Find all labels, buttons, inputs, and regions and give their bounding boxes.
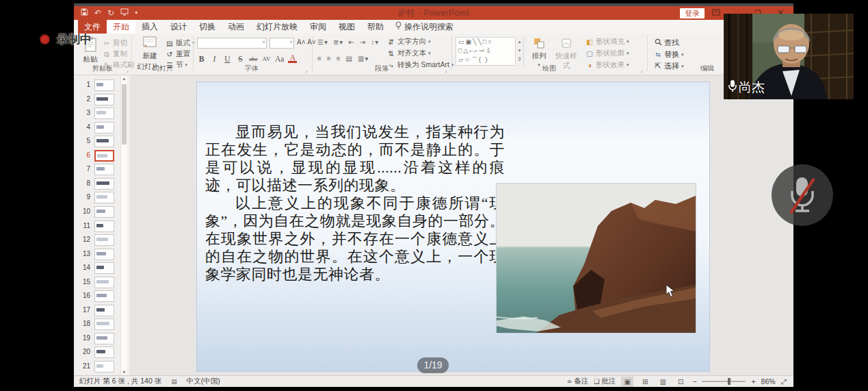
thumbnail-preview[interactable] [94, 346, 114, 358]
microphone-muted-button[interactable] [772, 164, 833, 226]
slide-photo-coastal-rocks[interactable] [496, 183, 696, 333]
cut-button[interactable]: ✂剪切 [103, 38, 127, 48]
thumbnail-preview[interactable] [94, 249, 114, 260]
tab-review[interactable]: 审阅 [304, 20, 332, 34]
italic-button[interactable]: I [210, 55, 219, 63]
copy-button[interactable]: ⧉复制 [103, 49, 127, 59]
thumbnail-preview[interactable] [94, 178, 114, 190]
zoom-slider[interactable] [702, 381, 746, 382]
tab-design[interactable]: 设计 [164, 20, 193, 34]
alignment-buttons[interactable]: ≡≡≡▤▥▾ [317, 55, 369, 62]
underline-button[interactable]: U [223, 55, 232, 63]
shape-outline-button[interactable]: ▢形状轮廓▾ [586, 49, 629, 58]
slide-thumbnail-15[interactable]: 15 [74, 277, 122, 289]
slide-thumbnail-19[interactable]: 19 [74, 333, 122, 345]
thumbnail-preview[interactable] [94, 164, 114, 175]
slide-thumbnail-21[interactable]: 21 [74, 361, 122, 373]
slide-thumbnail-3[interactable]: 3 [74, 108, 122, 120]
thumbnail-preview[interactable] [94, 79, 114, 91]
tab-transitions[interactable]: 切换 [193, 20, 222, 34]
thumbnail-preview[interactable] [94, 234, 114, 246]
thumbnail-preview[interactable] [94, 192, 114, 203]
slide-thumbnail-13[interactable]: 13 [74, 249, 122, 261]
font-dialog-launcher-icon[interactable]: ⌟ [305, 67, 308, 73]
slide-thumbnail-1[interactable]: 1 [74, 79, 122, 92]
language-status[interactable]: 中文(中国) [187, 377, 220, 386]
strikethrough-button[interactable]: S [236, 55, 245, 63]
thumbnail-scrollbar[interactable]: ▲ ▼ [120, 76, 127, 375]
slide-text-box[interactable]: 显而易见，当我们说发生，指某种行为正在发生，它是动态的，而不是静止的。于是可以说… [205, 123, 505, 283]
slide-sorter-view-button[interactable]: ⊞ [639, 377, 651, 387]
scroll-down-icon[interactable]: ▼ [121, 370, 127, 375]
thumbnail-preview[interactable] [94, 277, 114, 288]
font-color-button[interactable]: A [288, 54, 297, 63]
clipboard-dialog-launcher-icon[interactable]: ⌟ [126, 67, 129, 73]
zoom-level[interactable]: 86% [761, 377, 776, 386]
proofing-icon[interactable]: ▤ [171, 378, 177, 385]
replace-button[interactable]: ⇆替换▾ [654, 49, 684, 60]
character-spacing-button[interactable]: AV [262, 55, 271, 62]
tab-view[interactable]: 视图 [332, 20, 361, 34]
reset-button[interactable]: ↺重置 [166, 49, 190, 59]
thumbnail-preview[interactable] [94, 262, 114, 274]
thumbnail-preview[interactable] [94, 206, 114, 218]
find-button[interactable]: 查找 [654, 38, 679, 48]
repeat-icon[interactable]: ↻ [107, 8, 114, 18]
save-icon[interactable] [81, 8, 88, 18]
change-case-button[interactable]: Aa [275, 55, 284, 63]
comments-button[interactable]: ❑ 批注 [594, 377, 616, 386]
slide-thumbnail-9[interactable]: 9 [74, 192, 122, 204]
slide-thumbnail-20[interactable]: 20 [74, 346, 122, 359]
scroll-up-icon[interactable]: ▲ [121, 76, 127, 81]
tab-slideshow[interactable]: 幻灯片放映 [250, 20, 304, 34]
slide-thumbnail-2[interactable]: 2 [74, 94, 122, 106]
thumbnail-preview[interactable] [94, 136, 114, 147]
drawing-dialog-launcher-icon[interactable]: ⌟ [640, 67, 643, 73]
slide-thumbnail-6[interactable]: 6 [74, 150, 122, 162]
shape-effects-button[interactable]: ◑形状效果▾ [586, 60, 629, 70]
bold-button[interactable]: B [197, 55, 206, 63]
slide-thumbnail-14[interactable]: 14 [74, 262, 122, 275]
align-text-button[interactable]: ⇅对齐文本▾ [387, 49, 431, 58]
undo-icon[interactable]: ↶ [94, 8, 101, 18]
font-name-combo[interactable]: ˅ [197, 38, 267, 49]
slide-thumbnail-12[interactable]: 12 [74, 234, 122, 247]
qat-customize-caret-icon[interactable]: ▾ [135, 8, 137, 18]
slide-thumbnail-17[interactable]: 17 [74, 305, 122, 317]
thumbnail-preview[interactable] [94, 318, 114, 330]
tab-animations[interactable]: 动画 [222, 20, 250, 34]
start-slideshow-icon[interactable] [120, 8, 129, 18]
shape-gallery[interactable]: ▭▣╲╲□○□△⌐⌐⇨⇩▱☆⌒( ) [456, 37, 524, 66]
slide-thumbnail-18[interactable]: 18 [74, 318, 122, 331]
select-button[interactable]: ⇱选择▾ [654, 61, 684, 71]
shape-gallery-scroll[interactable]: ▴▾⊽ [515, 37, 523, 66]
slide-thumbnail-5[interactable]: 5 [74, 136, 122, 148]
zoom-out-button[interactable]: − [692, 377, 696, 386]
thumbnail-preview[interactable] [94, 150, 114, 162]
thumbnail-preview[interactable] [94, 220, 114, 232]
zoom-in-button[interactable]: + [751, 377, 755, 386]
slideshow-view-button[interactable]: ⊡ [674, 377, 687, 387]
list-and-indent-buttons[interactable]: ☰▾≣▾⇤⇥↕▾ [317, 38, 379, 46]
signin-button[interactable]: 登录 [680, 8, 705, 18]
thumbnail-preview[interactable] [94, 361, 114, 373]
tell-me-search[interactable]: 操作说明搜索 [395, 20, 453, 34]
thumbnail-preview[interactable] [94, 290, 114, 302]
paragraph-dialog-launcher-icon[interactable]: ⌟ [445, 67, 447, 73]
slide-thumbnail-8[interactable]: 8 [74, 178, 122, 190]
slide-thumbnail-10[interactable]: 10 [74, 206, 122, 218]
slide-thumbnail-16[interactable]: 16 [74, 290, 122, 303]
layout-button[interactable]: ▤版式▾ [166, 38, 195, 48]
tab-insert[interactable]: 插入 [135, 20, 164, 34]
tab-home[interactable]: 开始 [107, 20, 135, 34]
ribbon-display-options-icon[interactable] [709, 6, 724, 20]
slide-canvas[interactable]: 显而易见，当我们说发生，指某种行为正在发生，它是动态的，而不是静止的。于是可以说… [197, 82, 709, 371]
slide-thumbnail-11[interactable]: 11 [74, 220, 122, 233]
grow-shrink-font[interactable]: A˄ A˅ [297, 38, 316, 46]
text-direction-button[interactable]: ⇵文字方向▾ [387, 37, 431, 47]
slide-thumbnail-4[interactable]: 4 [74, 122, 122, 134]
thumbnail-preview[interactable] [94, 108, 114, 119]
thumbnail-preview[interactable] [94, 94, 114, 105]
thumbnail-preview[interactable] [94, 305, 114, 316]
shape-fill-button[interactable]: ◧形状填充▾ [586, 37, 629, 47]
